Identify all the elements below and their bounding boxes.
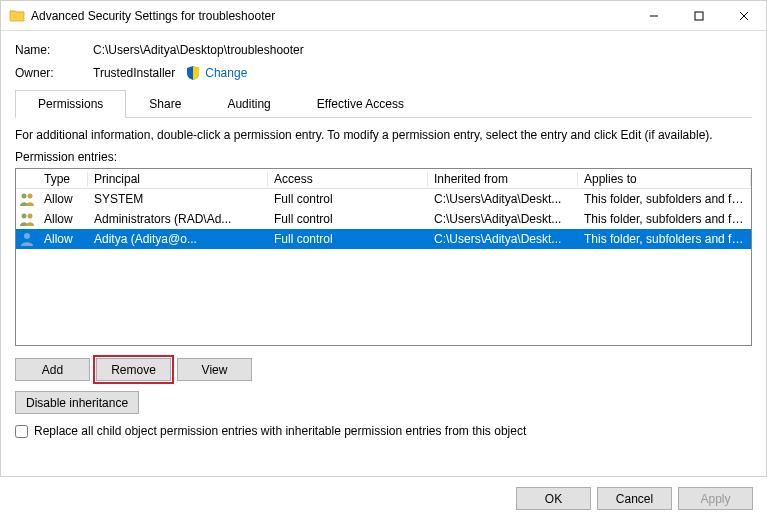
owner-value: TrustedInstaller — [93, 66, 175, 80]
add-button[interactable]: Add — [15, 358, 90, 381]
replace-checkbox-row: Replace all child object permission entr… — [15, 424, 752, 438]
apply-button[interactable]: Apply — [678, 487, 753, 510]
row-type: Allow — [38, 212, 88, 226]
row-icon — [16, 211, 38, 227]
header-type[interactable]: Type — [38, 172, 88, 186]
row-applies: This folder, subfolders and files — [578, 212, 751, 226]
name-value: C:\Users\Aditya\Desktop\troubleshooter — [93, 43, 304, 57]
svg-point-1 — [22, 194, 27, 199]
row-type: Allow — [38, 232, 88, 246]
remove-button[interactable]: Remove — [96, 358, 171, 381]
svg-point-2 — [28, 194, 33, 199]
entry-buttons: Add Remove View — [15, 358, 752, 381]
content-area: Name: C:\Users\Aditya\Desktop\troublesho… — [1, 31, 766, 448]
grid-header: Type Principal Access Inherited from App… — [16, 169, 751, 189]
shield-icon — [185, 65, 201, 81]
tab-auditing[interactable]: Auditing — [204, 90, 293, 118]
table-row[interactable]: AllowSYSTEMFull controlC:\Users\Aditya\D… — [16, 189, 751, 209]
tab-strip: Permissions Share Auditing Effective Acc… — [15, 89, 752, 118]
header-inherited[interactable]: Inherited from — [428, 172, 578, 186]
row-access: Full control — [268, 232, 428, 246]
owner-row: Owner: TrustedInstaller Change — [15, 65, 752, 81]
cancel-button[interactable]: Cancel — [597, 487, 672, 510]
table-row[interactable]: AllowAditya (Aditya@o...Full controlC:\U… — [16, 229, 751, 249]
maximize-button[interactable] — [676, 1, 721, 31]
row-access: Full control — [268, 192, 428, 206]
disable-inheritance-button[interactable]: Disable inheritance — [15, 391, 139, 414]
name-row: Name: C:\Users\Aditya\Desktop\troublesho… — [15, 43, 752, 57]
replace-checkbox-label: Replace all child object permission entr… — [34, 424, 526, 438]
svg-point-3 — [22, 214, 27, 219]
row-access: Full control — [268, 212, 428, 226]
dialog-footer: OK Cancel Apply — [0, 476, 767, 520]
permission-grid[interactable]: Type Principal Access Inherited from App… — [15, 168, 752, 346]
tab-effective-access[interactable]: Effective Access — [294, 90, 427, 118]
tab-permissions[interactable]: Permissions — [15, 90, 126, 118]
svg-point-5 — [24, 233, 30, 239]
row-inherited: C:\Users\Aditya\Deskt... — [428, 192, 578, 206]
row-principal: Aditya (Aditya@o... — [88, 232, 268, 246]
change-owner-link[interactable]: Change — [205, 66, 247, 80]
table-row[interactable]: AllowAdministrators (RAD\Ad...Full contr… — [16, 209, 751, 229]
row-principal: Administrators (RAD\Ad... — [88, 212, 268, 226]
row-icon — [16, 231, 38, 247]
close-button[interactable] — [721, 1, 766, 31]
name-label: Name: — [15, 43, 93, 57]
minimize-button[interactable] — [631, 1, 676, 31]
ok-button[interactable]: OK — [516, 487, 591, 510]
tab-share[interactable]: Share — [126, 90, 204, 118]
titlebar: Advanced Security Settings for troublesh… — [1, 1, 766, 31]
owner-label: Owner: — [15, 66, 93, 80]
header-principal[interactable]: Principal — [88, 172, 268, 186]
svg-point-4 — [28, 214, 33, 219]
row-icon — [16, 191, 38, 207]
view-button[interactable]: View — [177, 358, 252, 381]
row-applies: This folder, subfolders and files — [578, 192, 751, 206]
header-access[interactable]: Access — [268, 172, 428, 186]
replace-checkbox[interactable] — [15, 425, 28, 438]
entries-label: Permission entries: — [15, 150, 752, 164]
svg-rect-0 — [695, 12, 703, 20]
row-applies: This folder, subfolders and files — [578, 232, 751, 246]
header-applies[interactable]: Applies to — [578, 172, 751, 186]
row-principal: SYSTEM — [88, 192, 268, 206]
row-type: Allow — [38, 192, 88, 206]
row-inherited: C:\Users\Aditya\Deskt... — [428, 212, 578, 226]
folder-icon — [9, 8, 25, 24]
window-title: Advanced Security Settings for troublesh… — [31, 9, 275, 23]
row-inherited: C:\Users\Aditya\Deskt... — [428, 232, 578, 246]
info-text: For additional information, double-click… — [15, 128, 752, 142]
